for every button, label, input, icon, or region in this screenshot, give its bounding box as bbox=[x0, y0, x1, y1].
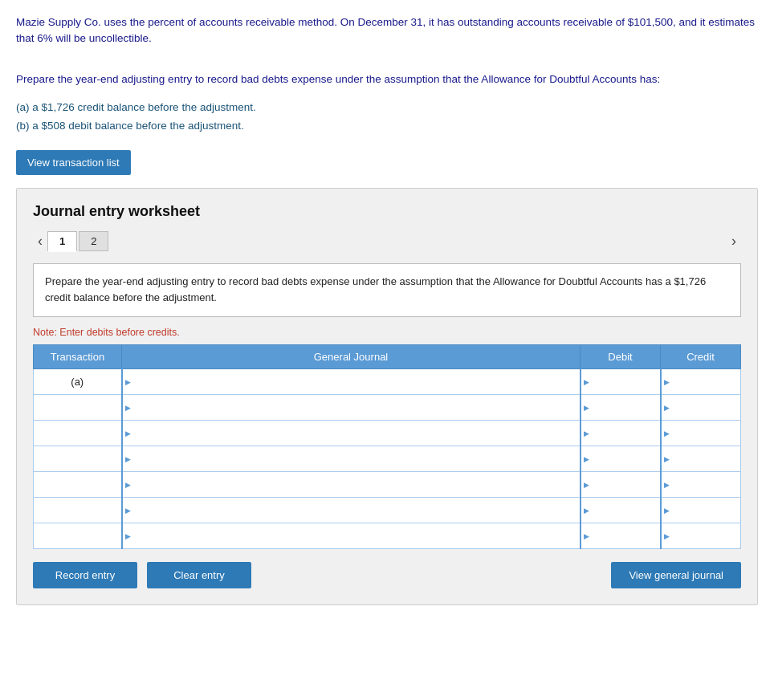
table-row: (a) bbox=[34, 369, 741, 395]
cell-debit-input[interactable] bbox=[580, 472, 661, 498]
worksheet-container: Journal entry worksheet ‹ 1 2 › Prepare … bbox=[16, 188, 758, 606]
note-text: Note: Enter debits before credits. bbox=[33, 327, 741, 338]
instruction-box: Prepare the year-end adjusting entry to … bbox=[33, 263, 741, 318]
cell-journal-input[interactable] bbox=[122, 395, 580, 421]
cell-debit-input[interactable] bbox=[580, 421, 661, 446]
cell-credit-input[interactable] bbox=[661, 498, 741, 523]
cell-transaction bbox=[34, 446, 122, 472]
cell-transaction bbox=[34, 472, 122, 498]
cell-transaction bbox=[34, 395, 122, 421]
table-row bbox=[34, 472, 741, 498]
view-general-journal-button[interactable]: View general journal bbox=[611, 562, 741, 588]
intro-paragraph2: Prepare the year-end adjusting entry to … bbox=[16, 71, 758, 88]
cell-journal-input[interactable] bbox=[122, 523, 580, 549]
part-b-label: (b) a $508 debit balance before the adju… bbox=[16, 117, 758, 136]
col-header-debit: Debit bbox=[580, 345, 661, 369]
cell-credit-input[interactable] bbox=[661, 369, 741, 395]
cell-journal-input[interactable] bbox=[122, 421, 580, 446]
cell-transaction bbox=[34, 421, 122, 446]
chevron-left-icon[interactable]: ‹ bbox=[33, 231, 47, 251]
intro-paragraph1: Mazie Supply Co. uses the percent of acc… bbox=[16, 14, 758, 47]
cell-journal-input[interactable] bbox=[122, 472, 580, 498]
cell-journal-input[interactable] bbox=[122, 498, 580, 523]
cell-transaction bbox=[34, 523, 122, 549]
journal-table: Transaction General Journal Debit Credit… bbox=[33, 344, 741, 549]
cell-transaction: (a) bbox=[34, 369, 122, 395]
action-buttons-row: Record entry Clear entry View general jo… bbox=[33, 562, 741, 588]
table-row bbox=[34, 446, 741, 472]
table-row bbox=[34, 498, 741, 523]
table-row bbox=[34, 523, 741, 549]
cell-debit-input[interactable] bbox=[580, 395, 661, 421]
table-row bbox=[34, 421, 741, 446]
cell-debit-input[interactable] bbox=[580, 523, 661, 549]
tab-navigation: ‹ 1 2 › bbox=[33, 231, 741, 252]
part-a-label: (a) a $1,726 credit balance before the a… bbox=[16, 99, 758, 117]
tab-1[interactable]: 1 bbox=[47, 231, 77, 252]
clear-entry-button[interactable]: Clear entry bbox=[147, 562, 251, 588]
col-header-transaction: Transaction bbox=[34, 345, 122, 369]
view-transaction-button[interactable]: View transaction list bbox=[16, 150, 131, 175]
tab-2[interactable]: 2 bbox=[79, 231, 108, 251]
cell-debit-input[interactable] bbox=[580, 446, 661, 472]
cell-journal-input[interactable] bbox=[122, 446, 580, 472]
cell-debit-input[interactable] bbox=[580, 369, 661, 395]
cell-credit-input[interactable] bbox=[661, 421, 741, 446]
cell-credit-input[interactable] bbox=[661, 446, 741, 472]
cell-journal-input[interactable] bbox=[122, 369, 580, 395]
table-row bbox=[34, 395, 741, 421]
cell-debit-input[interactable] bbox=[580, 498, 661, 523]
col-header-credit: Credit bbox=[661, 345, 741, 369]
col-header-general-journal: General Journal bbox=[122, 345, 580, 369]
record-entry-button[interactable]: Record entry bbox=[33, 562, 137, 588]
cell-credit-input[interactable] bbox=[661, 472, 741, 498]
chevron-right-icon[interactable]: › bbox=[727, 231, 741, 251]
cell-transaction bbox=[34, 498, 122, 523]
cell-credit-input[interactable] bbox=[661, 523, 741, 549]
worksheet-title: Journal entry worksheet bbox=[33, 203, 741, 220]
cell-credit-input[interactable] bbox=[661, 395, 741, 421]
